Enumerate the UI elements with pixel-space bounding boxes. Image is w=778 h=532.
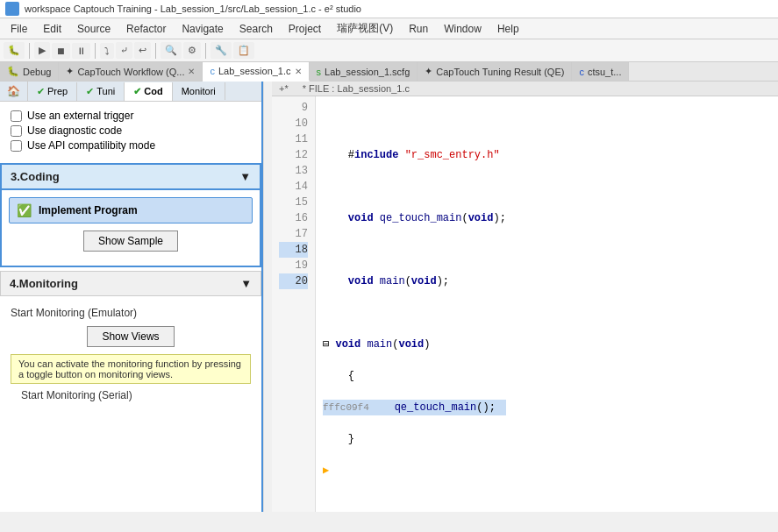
tab-monitori[interactable]: Monitori (173, 82, 225, 100)
menu-navigate[interactable]: Navigate (175, 21, 230, 37)
toolbar-resume[interactable]: ↩ (134, 42, 151, 59)
tab-lab-c-label: Lab_session_1.c (218, 66, 291, 76)
code-line-18: fffc09f4 qe_touch_main(); (323, 400, 506, 415)
menu-project[interactable]: Project (282, 21, 328, 37)
toolbar-sep-4 (205, 43, 206, 59)
menu-refactor[interactable]: Refactor (119, 21, 173, 37)
left-panel-wrapper: 🏠 ✔ Prep ✔ Tuni ✔ Cod Monitori (0, 82, 272, 512)
menu-edit[interactable]: Edit (36, 21, 68, 37)
tab-lab-scfg[interactable]: s Lab_session_1.scfg (310, 62, 418, 81)
tab-lab-c-close[interactable]: ✕ (295, 67, 302, 76)
code-line-20 (323, 463, 506, 479)
app-icon (5, 2, 19, 16)
home-button[interactable]: 🏠 (0, 82, 28, 101)
ctsu-icon: c (579, 67, 584, 77)
toolbar-debug-btn[interactable]: 🐛 (4, 42, 25, 59)
menu-help[interactable]: Help (490, 21, 526, 37)
checkbox-api[interactable] (11, 140, 22, 152)
section3-title: 3.Coding (11, 170, 60, 183)
show-sample-button[interactable]: Show Sample (83, 231, 178, 252)
toolbar-extra2[interactable]: 📋 (233, 42, 254, 59)
menu-bar: File Edit Source Refactor Navigate Searc… (0, 18, 778, 39)
section4-body: Start Monitoring (Emulator) Show Views Y… (0, 296, 261, 412)
checkbox-row-trigger: Use an external trigger (11, 110, 251, 122)
tab-debug-label: Debug (23, 67, 51, 77)
toolbar-stop-btn[interactable]: ⏹ (52, 43, 70, 59)
toolbar-search[interactable]: 🔍 (161, 42, 182, 59)
title-bar: workspace Captouch Training - Lab_sessio… (0, 0, 778, 18)
tab-workflow-close[interactable]: ✕ (188, 67, 195, 76)
section3-header[interactable]: 3.Coding ▼ (0, 163, 261, 190)
tooltip-text: You can activate the monitoring function… (18, 358, 241, 379)
implement-row[interactable]: ✅ Implement Program (9, 197, 253, 223)
tab-tuni[interactable]: ✔ Tuni (77, 82, 125, 101)
left-panel-tabs: 🏠 ✔ Prep ✔ Tuni ✔ Cod Monitori (0, 82, 261, 102)
checkbox-row-diagnostic: Use diagnostic code (11, 124, 251, 137)
tab-ctsu[interactable]: c ctsu_t... (572, 62, 629, 81)
scfg-icon: s (317, 67, 322, 77)
tab-workflow-label: CapTouch Workflow (Q... (77, 67, 184, 77)
tab-cod-label: Cod (144, 86, 162, 96)
editor-header: +* * FILE : Lab_session_1.c (272, 82, 778, 96)
code-line-14: void main(void); (323, 273, 506, 289)
toolbar-extra1[interactable]: 🔧 (211, 42, 232, 59)
file-info-text: * FILE : Lab_session_1.c (303, 83, 410, 94)
menu-file[interactable]: File (4, 21, 34, 37)
toolbar-step-into[interactable]: ⤶ (116, 42, 132, 59)
line-num-15: 15 (279, 195, 308, 210)
section4-title: 4.Monitoring (10, 277, 78, 290)
code-line-13 (323, 242, 506, 258)
tab-captouch-workflow[interactable]: ✦ CapTouch Workflow (Q... ✕ (59, 62, 203, 81)
left-panel-scrollbar[interactable] (263, 82, 272, 512)
tuning-icon: ✦ (425, 66, 432, 77)
code-line-12: void qe_touch_main(void); (323, 210, 506, 226)
line-num-14: 14 (279, 179, 308, 195)
tuni-check-icon: ✔ (86, 86, 94, 97)
line-num-18: 18 (279, 242, 308, 258)
code-line-16: ⊟ void main(void) (323, 337, 506, 352)
right-panel: +* * FILE : Lab_session_1.c 9 10 11 12 1… (272, 82, 778, 512)
tab-scfg-label: Lab_session_1.scfg (325, 67, 410, 77)
section4-header[interactable]: 4.Monitoring ▼ (0, 271, 261, 296)
line-numbers: 9 10 11 12 13 14 15 16 17 18 19 20 (272, 96, 316, 512)
line-num-19: 19 (279, 258, 308, 273)
panel-content: Use an external trigger Use diagnostic c… (0, 102, 261, 512)
menu-run[interactable]: Run (402, 21, 435, 37)
code-line-15 (323, 305, 506, 321)
tab-cod[interactable]: ✔ Cod (125, 82, 172, 101)
line-num-9: 9 (279, 100, 308, 116)
main-layout: 🏠 ✔ Prep ✔ Tuni ✔ Cod Monitori (0, 82, 778, 512)
line-num-17: 17 (279, 226, 308, 242)
monitoring-emulator-text: Start Monitoring (Emulator) (11, 307, 251, 319)
code-line-10: #include "r_smc_entry.h" (323, 147, 506, 163)
toolbar-run-btn[interactable]: ▶ (34, 42, 50, 59)
code-area[interactable]: 9 10 11 12 13 14 15 16 17 18 19 20 #incl… (272, 96, 778, 512)
line-num-16: 16 (279, 210, 308, 226)
menu-renesas[interactable]: 瑞萨视图(V) (330, 19, 400, 38)
line-num-13: 13 (279, 163, 308, 179)
toolbar-sep-1 (29, 43, 30, 59)
toolbar-settings[interactable]: ⚙ (183, 42, 201, 59)
tab-ctsu-label: ctsu_t... (588, 67, 622, 77)
section4-arrow: ▼ (240, 277, 252, 290)
menu-source[interactable]: Source (70, 21, 118, 37)
tab-debug[interactable]: 🐛 Debug (0, 62, 59, 81)
checkbox-group: Use an external trigger Use diagnostic c… (0, 102, 261, 160)
code-line-11 (323, 179, 506, 195)
menu-search[interactable]: Search (232, 21, 280, 37)
debug-icon: 🐛 (7, 66, 19, 77)
checkbox-diagnostic[interactable] (11, 125, 22, 137)
tab-prep[interactable]: ✔ Prep (28, 82, 77, 101)
toolbar-pause-btn[interactable]: ⏸ (72, 43, 90, 59)
checkbox-row-api: Use API compatilibity mode (11, 139, 251, 152)
tab-captouch-tuning[interactable]: ✦ CapTouch Tuning Result (QE) (418, 62, 572, 81)
code-content[interactable]: #include "r_smc_entry.h" void qe_touch_m… (316, 96, 513, 512)
code-line-19: } (323, 431, 506, 447)
line-num-20: 20 (279, 273, 308, 289)
line-num-10: 10 (279, 116, 308, 131)
toolbar-step-over[interactable]: ⤵ (100, 43, 114, 59)
menu-window[interactable]: Window (437, 21, 489, 37)
checkbox-trigger[interactable] (11, 110, 22, 122)
tab-lab-session-c[interactable]: c Lab_session_1.c ✕ (203, 62, 309, 82)
show-views-button[interactable]: Show Views (87, 326, 174, 347)
